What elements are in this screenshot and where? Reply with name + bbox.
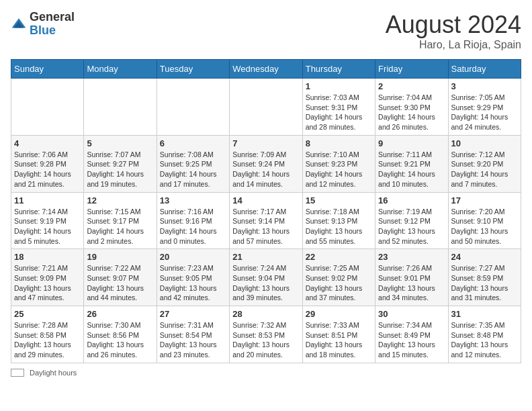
calendar-cell: 23Sunrise: 7:26 AM Sunset: 9:01 PM Dayli…: [375, 249, 448, 306]
day-number: 23: [378, 252, 445, 262]
calendar-location: Haro, La Rioja, Spain: [386, 39, 521, 51]
weekday-header-sunday: Sunday: [11, 60, 84, 79]
calendar-week-2: 4Sunrise: 7:06 AM Sunset: 9:28 PM Daylig…: [11, 135, 521, 192]
day-number: 8: [306, 138, 372, 148]
calendar-cell: 22Sunrise: 7:25 AM Sunset: 9:02 PM Dayli…: [302, 249, 375, 306]
day-info: Sunrise: 7:26 AM Sunset: 9:01 PM Dayligh…: [378, 263, 445, 303]
calendar-cell: 28Sunrise: 7:32 AM Sunset: 8:53 PM Dayli…: [230, 306, 302, 363]
day-info: Sunrise: 7:33 AM Sunset: 8:51 PM Dayligh…: [306, 320, 372, 360]
calendar-cell: 9Sunrise: 7:11 AM Sunset: 9:21 PM Daylig…: [375, 135, 448, 192]
calendar-cell: 19Sunrise: 7:22 AM Sunset: 9:07 PM Dayli…: [84, 249, 157, 306]
day-number: 16: [378, 195, 445, 205]
day-number: 14: [232, 195, 299, 205]
day-info: Sunrise: 7:04 AM Sunset: 9:30 PM Dayligh…: [378, 93, 445, 132]
calendar-cell: 24Sunrise: 7:27 AM Sunset: 8:59 PM Dayli…: [448, 249, 521, 306]
day-info: Sunrise: 7:30 AM Sunset: 8:56 PM Dayligh…: [87, 320, 153, 360]
calendar-cell: [11, 79, 84, 136]
calendar-cell: 8Sunrise: 7:10 AM Sunset: 9:23 PM Daylig…: [302, 135, 375, 192]
day-info: Sunrise: 7:14 AM Sunset: 9:19 PM Dayligh…: [14, 207, 81, 246]
day-number: 2: [378, 81, 445, 91]
day-number: 11: [14, 195, 81, 205]
calendar-table: SundayMondayTuesdayWednesdayThursdayFrid…: [11, 59, 521, 363]
day-info: Sunrise: 7:03 AM Sunset: 9:31 PM Dayligh…: [306, 93, 372, 132]
calendar-cell: 31Sunrise: 7:35 AM Sunset: 8:48 PM Dayli…: [448, 306, 521, 363]
day-info: Sunrise: 7:31 AM Sunset: 8:54 PM Dayligh…: [160, 320, 226, 360]
day-number: 17: [451, 195, 518, 205]
day-info: Sunrise: 7:18 AM Sunset: 9:13 PM Dayligh…: [306, 207, 372, 246]
calendar-footer: Daylight hours: [11, 369, 521, 377]
title-block: August 2024 Haro, La Rioja, Spain: [386, 11, 521, 51]
day-number: 10: [451, 138, 518, 148]
calendar-cell: [157, 79, 229, 136]
calendar-week-4: 18Sunrise: 7:21 AM Sunset: 9:09 PM Dayli…: [11, 249, 521, 306]
calendar-cell: [230, 79, 302, 136]
day-number: 1: [306, 81, 372, 91]
day-info: Sunrise: 7:32 AM Sunset: 8:53 PM Dayligh…: [232, 320, 299, 360]
day-number: 30: [378, 309, 445, 319]
day-number: 13: [160, 195, 226, 205]
calendar-cell: 16Sunrise: 7:19 AM Sunset: 9:12 PM Dayli…: [375, 192, 448, 249]
logo-text: General Blue: [30, 11, 75, 38]
weekday-header-thursday: Thursday: [302, 60, 375, 79]
day-info: Sunrise: 7:09 AM Sunset: 9:24 PM Dayligh…: [232, 150, 299, 189]
calendar-cell: 5Sunrise: 7:07 AM Sunset: 9:27 PM Daylig…: [84, 135, 157, 192]
calendar-cell: 2Sunrise: 7:04 AM Sunset: 9:30 PM Daylig…: [375, 79, 448, 136]
day-info: Sunrise: 7:27 AM Sunset: 8:59 PM Dayligh…: [451, 263, 518, 303]
day-number: 19: [87, 252, 153, 262]
calendar-cell: 10Sunrise: 7:12 AM Sunset: 9:20 PM Dayli…: [448, 135, 521, 192]
day-info: Sunrise: 7:11 AM Sunset: 9:21 PM Dayligh…: [378, 150, 445, 189]
day-number: 24: [451, 252, 518, 262]
day-number: 4: [14, 138, 81, 148]
day-number: 21: [232, 252, 299, 262]
day-number: 15: [306, 195, 372, 205]
day-info: Sunrise: 7:07 AM Sunset: 9:27 PM Dayligh…: [87, 150, 153, 189]
day-number: 5: [87, 138, 153, 148]
calendar-cell: 1Sunrise: 7:03 AM Sunset: 9:31 PM Daylig…: [302, 79, 375, 136]
day-info: Sunrise: 7:08 AM Sunset: 9:25 PM Dayligh…: [160, 150, 226, 189]
calendar-cell: 29Sunrise: 7:33 AM Sunset: 8:51 PM Dayli…: [302, 306, 375, 363]
day-number: 29: [306, 309, 372, 319]
logo-general: General: [30, 11, 75, 24]
calendar-cell: 11Sunrise: 7:14 AM Sunset: 9:19 PM Dayli…: [11, 192, 84, 249]
day-info: Sunrise: 7:15 AM Sunset: 9:17 PM Dayligh…: [87, 207, 153, 246]
day-number: 22: [306, 252, 372, 262]
day-info: Sunrise: 7:24 AM Sunset: 9:04 PM Dayligh…: [232, 263, 299, 303]
weekday-header-tuesday: Tuesday: [157, 60, 229, 79]
page-header: General Blue August 2024 Haro, La Rioja,…: [11, 11, 521, 51]
calendar-cell: 30Sunrise: 7:34 AM Sunset: 8:49 PM Dayli…: [375, 306, 448, 363]
calendar-cell: 14Sunrise: 7:17 AM Sunset: 9:14 PM Dayli…: [230, 192, 302, 249]
calendar-cell: 26Sunrise: 7:30 AM Sunset: 8:56 PM Dayli…: [84, 306, 157, 363]
weekday-header-saturday: Saturday: [448, 60, 521, 79]
day-info: Sunrise: 7:28 AM Sunset: 8:58 PM Dayligh…: [14, 320, 81, 360]
day-number: 20: [160, 252, 226, 262]
day-info: Sunrise: 7:17 AM Sunset: 9:14 PM Dayligh…: [232, 207, 299, 246]
calendar-week-1: 1Sunrise: 7:03 AM Sunset: 9:31 PM Daylig…: [11, 79, 521, 136]
day-info: Sunrise: 7:05 AM Sunset: 9:29 PM Dayligh…: [451, 93, 518, 132]
weekday-header-monday: Monday: [84, 60, 157, 79]
day-info: Sunrise: 7:23 AM Sunset: 9:05 PM Dayligh…: [160, 263, 226, 303]
calendar-week-5: 25Sunrise: 7:28 AM Sunset: 8:58 PM Dayli…: [11, 306, 521, 363]
day-info: Sunrise: 7:21 AM Sunset: 9:09 PM Dayligh…: [14, 263, 81, 303]
calendar-cell: 13Sunrise: 7:16 AM Sunset: 9:16 PM Dayli…: [157, 192, 229, 249]
calendar-week-3: 11Sunrise: 7:14 AM Sunset: 9:19 PM Dayli…: [11, 192, 521, 249]
day-number: 9: [378, 138, 445, 148]
calendar-cell: 15Sunrise: 7:18 AM Sunset: 9:13 PM Dayli…: [302, 192, 375, 249]
day-number: 7: [232, 138, 299, 148]
calendar-cell: 20Sunrise: 7:23 AM Sunset: 9:05 PM Dayli…: [157, 249, 229, 306]
daylight-swatch: [11, 369, 24, 377]
calendar-cell: 3Sunrise: 7:05 AM Sunset: 9:29 PM Daylig…: [448, 79, 521, 136]
logo-icon: [11, 16, 27, 32]
day-number: 26: [87, 309, 153, 319]
calendar-cell: 4Sunrise: 7:06 AM Sunset: 9:28 PM Daylig…: [11, 135, 84, 192]
day-info: Sunrise: 7:10 AM Sunset: 9:23 PM Dayligh…: [306, 150, 372, 189]
calendar-cell: 7Sunrise: 7:09 AM Sunset: 9:24 PM Daylig…: [230, 135, 302, 192]
day-number: 18: [14, 252, 81, 262]
calendar-cell: 17Sunrise: 7:20 AM Sunset: 9:10 PM Dayli…: [448, 192, 521, 249]
day-info: Sunrise: 7:25 AM Sunset: 9:02 PM Dayligh…: [306, 263, 372, 303]
calendar-cell: 6Sunrise: 7:08 AM Sunset: 9:25 PM Daylig…: [157, 135, 229, 192]
logo: General Blue: [11, 11, 75, 38]
weekday-header-friday: Friday: [375, 60, 448, 79]
day-info: Sunrise: 7:35 AM Sunset: 8:48 PM Dayligh…: [451, 320, 518, 360]
day-info: Sunrise: 7:34 AM Sunset: 8:49 PM Dayligh…: [378, 320, 445, 360]
calendar-cell: [84, 79, 157, 136]
